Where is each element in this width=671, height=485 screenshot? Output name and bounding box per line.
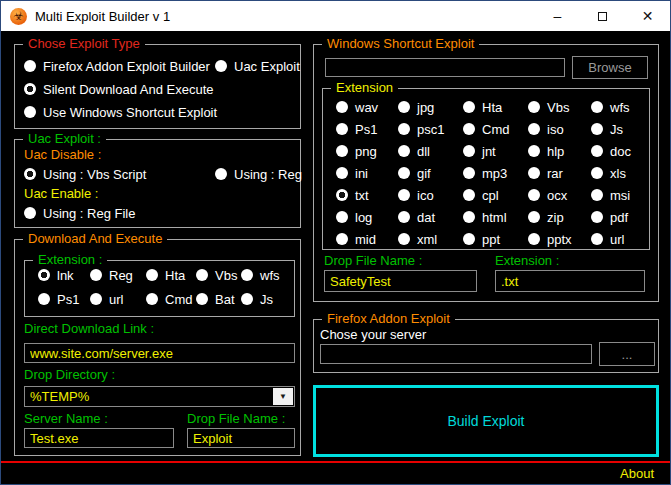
radio-button-icon[interactable]: [528, 233, 540, 245]
firefox-server-input[interactable]: [320, 344, 592, 364]
radio-button-icon[interactable]: [196, 293, 208, 305]
radio-option-use-windows-shortcut-exploit[interactable]: Use Windows Shortcut Exploit: [24, 105, 215, 119]
radio-option-png[interactable]: png: [336, 144, 398, 158]
drop-directory-combobox[interactable]: %TEMP% ▼: [24, 386, 295, 407]
build-exploit-button[interactable]: Build Exploit: [313, 385, 659, 457]
radio-button-icon[interactable]: [24, 83, 36, 95]
browse-button[interactable]: Browse: [572, 56, 648, 79]
radio-button-icon[interactable]: [336, 123, 348, 135]
radio-option-cmd[interactable]: Cmd: [463, 122, 528, 136]
radio-option-silent-download-and-execute[interactable]: Silent Download And Execute: [24, 82, 215, 96]
minimize-button[interactable]: –: [535, 1, 580, 31]
radio-button-icon[interactable]: [591, 167, 603, 179]
radio-option-cmd[interactable]: Cmd: [146, 292, 196, 306]
radio-button-icon[interactable]: [196, 269, 208, 281]
radio-option-ps1[interactable]: Ps1: [38, 292, 90, 306]
radio-option-vbs[interactable]: Vbs: [196, 268, 241, 282]
radio-option-wfs[interactable]: wfs: [241, 268, 294, 282]
radio-option-mid[interactable]: mid: [336, 232, 398, 246]
radio-button-icon[interactable]: [24, 168, 36, 180]
radio-option-msi[interactable]: msi: [591, 188, 649, 202]
radio-option-using-reg-file[interactable]: Using : Reg File: [24, 206, 135, 220]
radio-button-icon[interactable]: [336, 101, 348, 113]
dropdown-arrow-icon[interactable]: ▼: [273, 388, 293, 405]
radio-button-icon[interactable]: [398, 211, 410, 223]
radio-option-log[interactable]: log: [336, 210, 398, 224]
radio-option-ps1[interactable]: Ps1: [336, 122, 398, 136]
radio-option-lnk[interactable]: lnk: [38, 268, 90, 282]
radio-option-bat[interactable]: Bat: [196, 292, 241, 306]
radio-button-icon[interactable]: [591, 145, 603, 157]
radio-button-icon[interactable]: [215, 168, 227, 180]
radio-button-icon[interactable]: [336, 211, 348, 223]
radio-button-icon[interactable]: [398, 167, 410, 179]
radio-button-icon[interactable]: [398, 233, 410, 245]
radio-button-icon[interactable]: [90, 293, 102, 305]
radio-button-icon[interactable]: [398, 189, 410, 201]
radio-button-icon[interactable]: [463, 233, 475, 245]
radio-option-mp3[interactable]: mp3: [463, 166, 528, 180]
radio-button-icon[interactable]: [336, 233, 348, 245]
radio-option-using-vbs-script[interactable]: Using : Vbs Script: [24, 167, 215, 181]
drop-file-name-input-left[interactable]: [187, 428, 295, 448]
radio-button-icon[interactable]: [528, 167, 540, 179]
radio-button-icon[interactable]: [398, 123, 410, 135]
radio-button-icon[interactable]: [591, 211, 603, 223]
radio-option-uac-exploit[interactable]: Uac Exploit: [215, 59, 300, 73]
radio-button-icon[interactable]: [463, 123, 475, 135]
radio-option-cpl[interactable]: cpl: [463, 188, 528, 202]
radio-button-icon[interactable]: [591, 123, 603, 135]
radio-option-iso[interactable]: iso: [528, 122, 591, 136]
radio-button-icon[interactable]: [528, 211, 540, 223]
radio-button-icon[interactable]: [215, 60, 227, 72]
radio-option-pdf[interactable]: pdf: [591, 210, 649, 224]
direct-download-link-input[interactable]: [24, 343, 295, 363]
radio-option-vbs[interactable]: Vbs: [528, 100, 591, 114]
radio-button-icon[interactable]: [398, 145, 410, 157]
radio-option-xls[interactable]: xls: [591, 166, 649, 180]
radio-option-jnt[interactable]: jnt: [463, 144, 528, 158]
radio-button-icon[interactable]: [24, 207, 36, 219]
maximize-button[interactable]: [580, 1, 625, 31]
radio-option-dat[interactable]: dat: [398, 210, 463, 224]
radio-button-icon[interactable]: [146, 269, 158, 281]
drop-file-name-input-right[interactable]: [324, 270, 477, 292]
radio-option-rar[interactable]: rar: [528, 166, 591, 180]
radio-option-jpg[interactable]: jpg: [398, 100, 463, 114]
radio-option-ini[interactable]: ini: [336, 166, 398, 180]
radio-option-doc[interactable]: doc: [591, 144, 649, 158]
radio-button-icon[interactable]: [463, 145, 475, 157]
radio-option-gif[interactable]: gif: [398, 166, 463, 180]
radio-button-icon[interactable]: [528, 123, 540, 135]
server-name-input[interactable]: [24, 428, 174, 448]
radio-button-icon[interactable]: [336, 167, 348, 179]
radio-button-icon[interactable]: [528, 101, 540, 113]
radio-option-url[interactable]: url: [90, 292, 146, 306]
radio-button-icon[interactable]: [398, 101, 410, 113]
close-button[interactable]: ✕: [625, 1, 670, 31]
radio-button-icon[interactable]: [24, 106, 36, 118]
radio-button-icon[interactable]: [241, 293, 253, 305]
radio-option-wav[interactable]: wav: [336, 100, 398, 114]
radio-option-hlp[interactable]: hlp: [528, 144, 591, 158]
radio-button-icon[interactable]: [463, 101, 475, 113]
radio-option-txt[interactable]: txt: [336, 188, 398, 202]
radio-option-hta[interactable]: Hta: [146, 268, 196, 282]
radio-button-icon[interactable]: [38, 269, 50, 281]
radio-option-dll[interactable]: dll: [398, 144, 463, 158]
radio-button-icon[interactable]: [463, 167, 475, 179]
radio-button-icon[interactable]: [591, 189, 603, 201]
radio-button-icon[interactable]: [528, 189, 540, 201]
about-link[interactable]: About: [620, 466, 654, 481]
radio-button-icon[interactable]: [24, 60, 36, 72]
radio-button-icon[interactable]: [336, 189, 348, 201]
radio-button-icon[interactable]: [463, 211, 475, 223]
radio-button-icon[interactable]: [38, 293, 50, 305]
radio-option-ppt[interactable]: ppt: [463, 232, 528, 246]
radio-option-js[interactable]: Js: [591, 122, 649, 136]
radio-button-icon[interactable]: [146, 293, 158, 305]
radio-button-icon[interactable]: [463, 189, 475, 201]
radio-option-reg[interactable]: Reg: [90, 268, 146, 282]
radio-button-icon[interactable]: [241, 269, 253, 281]
radio-button-icon[interactable]: [528, 145, 540, 157]
